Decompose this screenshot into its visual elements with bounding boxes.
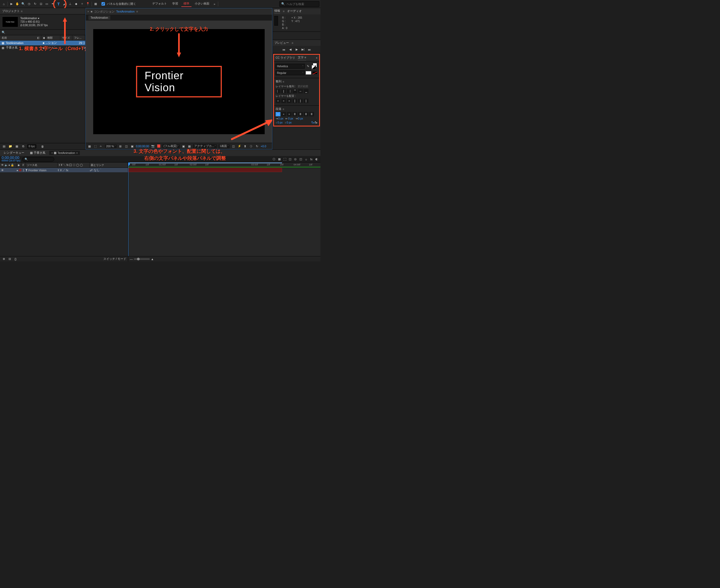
- time-ruler[interactable]: 00f 10f 01:00f 10f 02:00f 10f 03:00f 10f…: [128, 163, 320, 168]
- brush-tool-icon[interactable]: 🖌: [62, 1, 67, 7]
- graph-icon[interactable]: ◫: [299, 157, 303, 162]
- align-v-center-icon[interactable]: ═: [298, 89, 303, 93]
- tab-audio[interactable]: オーディオ: [287, 9, 302, 13]
- align-right-icon[interactable]: ▕: [287, 89, 292, 93]
- zoom-in-icon[interactable]: ▲: [151, 257, 154, 261]
- col-source[interactable]: ソース名: [26, 163, 58, 168]
- col-tag[interactable]: ◆: [41, 35, 46, 40]
- trash-icon[interactable]: 🗑: [40, 144, 45, 149]
- para-align-right-icon[interactable]: ≡: [287, 112, 292, 116]
- dist-h-center-icon[interactable]: ║: [298, 99, 303, 103]
- unknown-tool-icon[interactable]: ▦: [93, 1, 98, 7]
- stroke-swatch[interactable]: [312, 71, 318, 75]
- res-icon[interactable]: ⊞: [118, 144, 123, 148]
- timeline-layer-row[interactable]: 👁 ▸ 1 T Frontier Vision ｷ ¥ ／ fx ☍ なし˅: [0, 168, 128, 173]
- pickwhip-icon[interactable]: ☍: [90, 169, 93, 172]
- col-av[interactable]: 👁 🔈 ● 🔒: [0, 163, 17, 168]
- indent-first[interactable]: ⇤0 px: [285, 117, 293, 120]
- layer-search[interactable]: 🔍: [22, 157, 54, 162]
- rect-tool-icon[interactable]: ▭: [44, 1, 49, 7]
- help-search[interactable]: 🔍: [279, 1, 319, 7]
- draft3d-icon[interactable]: ▦: [277, 157, 281, 162]
- dist-bottom-icon[interactable]: ≡: [287, 99, 292, 103]
- tab-preview[interactable]: プレビュー: [274, 41, 289, 45]
- prev-frame-icon[interactable]: ◀: [288, 47, 293, 52]
- align-top-icon[interactable]: ▔: [293, 89, 297, 93]
- para-justify-last-right-icon[interactable]: ≣: [304, 112, 308, 116]
- fill-swatch[interactable]: [306, 71, 311, 75]
- new-folder-icon[interactable]: 📁: [8, 144, 13, 149]
- dist-top-icon[interactable]: ≡: [276, 99, 280, 103]
- switches-modes-toggle[interactable]: スイッチ / モード: [103, 257, 126, 261]
- align-target[interactable]: 選択範囲: [298, 85, 308, 88]
- tab-handwrite[interactable]: 手書き風: [28, 150, 47, 155]
- align-left-icon[interactable]: ▏: [276, 89, 280, 93]
- comp-subtab[interactable]: TextAnimation: [88, 16, 110, 20]
- comp-name-label[interactable]: TextAnimation ▾: [20, 17, 48, 20]
- toggle-switches-icon[interactable]: ⊕: [2, 257, 6, 261]
- snapshot-icon[interactable]: 📷: [151, 144, 155, 148]
- para-align-center-icon[interactable]: ≡: [281, 112, 286, 116]
- workspace-tab-small[interactable]: 小さい画面: [193, 1, 212, 7]
- close-icon[interactable]: ×: [316, 56, 318, 60]
- flowchart-icon[interactable]: ⚆: [249, 144, 253, 148]
- text-layer-content[interactable]: Frontier Vision: [144, 70, 183, 93]
- selection-tool-icon[interactable]: ▶: [9, 1, 14, 7]
- camera-dropdown[interactable]: アクティブカ...˅: [193, 144, 217, 148]
- layer-switches[interactable]: ｷ ¥ ／ fx: [58, 169, 90, 172]
- col-name[interactable]: 名前◧: [0, 35, 41, 40]
- twirl-icon[interactable]: ▸: [17, 169, 18, 172]
- col-num[interactable]: #: [21, 163, 26, 168]
- current-time-indicator[interactable]: [128, 163, 128, 261]
- refresh-icon[interactable]: ↻: [255, 144, 259, 148]
- motionblur-icon[interactable]: ◎: [293, 157, 298, 162]
- workspace-tab-learn[interactable]: 学習: [170, 1, 180, 7]
- home-icon[interactable]: ⌂: [1, 1, 6, 7]
- zoom-out-icon[interactable]: —: [130, 257, 133, 261]
- pixel-aspect-icon[interactable]: ◫: [231, 144, 236, 148]
- behind-tool-icon[interactable]: ⊡: [38, 1, 43, 7]
- col-type[interactable]: 種類: [46, 35, 60, 40]
- col-framerate[interactable]: フレ...: [73, 35, 85, 40]
- auto-open-panel-checkbox[interactable]: パネルを自動的に開く: [100, 1, 136, 6]
- col-label[interactable]: ◆: [17, 163, 21, 168]
- roi-icon[interactable]: ▣: [181, 144, 186, 148]
- toggle-modes-icon[interactable]: ⊟: [7, 257, 12, 261]
- panel-menu-icon[interactable]: ≡: [21, 9, 22, 13]
- fast-preview-icon[interactable]: ⚡: [237, 144, 241, 148]
- para-justify-all-icon[interactable]: ≣: [309, 112, 314, 116]
- next-frame-icon[interactable]: ▶|: [301, 47, 305, 52]
- panel-menu-icon[interactable]: ≡: [136, 10, 138, 13]
- interpret-icon[interactable]: ▤: [2, 144, 6, 149]
- current-timecode[interactable]: 0;00;00;00: [2, 156, 21, 159]
- tab-character[interactable]: 文字 ≡: [298, 56, 306, 60]
- exposure-value[interactable]: +0.0: [261, 145, 266, 148]
- col-switches[interactable]: ｷ ¥ ＼ fx 囗 ◇ ◯ ◯: [58, 163, 90, 168]
- hand-tool-icon[interactable]: ✋: [15, 1, 20, 7]
- rotate-tool-icon[interactable]: ↻: [32, 1, 38, 7]
- frameblend-icon[interactable]: ◫: [288, 157, 292, 162]
- tab-info[interactable]: 情報: [274, 9, 280, 14]
- dist-left-icon[interactable]: ║: [293, 99, 297, 103]
- visibility-icon[interactable]: 👁: [1, 169, 4, 172]
- timeline-zoom-bar[interactable]: — ▲: [128, 256, 320, 261]
- bpc-button[interactable]: 8 bpc: [27, 144, 36, 148]
- indent-left[interactable]: ⇥0 px: [276, 117, 283, 120]
- toggle-in-out-icon[interactable]: {}: [13, 257, 18, 261]
- quality-dropdown[interactable]: (フル画質)˅: [162, 144, 180, 148]
- shy-icon[interactable]: ⛶: [283, 157, 287, 162]
- channel-icon[interactable]: ▣: [130, 144, 134, 148]
- align-bottom-icon[interactable]: ▁: [304, 89, 308, 93]
- space-after[interactable]: ↕0 px: [285, 121, 292, 124]
- play-icon[interactable]: ▶: [295, 47, 299, 52]
- pen-tool-icon[interactable]: ✒: [50, 1, 55, 7]
- first-frame-icon[interactable]: ⏮: [282, 47, 286, 52]
- para-align-left-icon[interactable]: ≡: [276, 112, 280, 116]
- fill-stroke-swatch[interactable]: [311, 63, 318, 69]
- comp-thumbnail[interactable]: Frontier Vision: [2, 17, 18, 27]
- grid-icon[interactable]: ▦: [87, 144, 92, 148]
- tab-textanimation[interactable]: × TextAnimation ≡: [49, 151, 80, 155]
- workspace-overflow-icon[interactable]: »: [212, 2, 217, 6]
- adj-icon[interactable]: ◐: [315, 157, 319, 162]
- new-comp-icon[interactable]: ▦: [15, 144, 19, 149]
